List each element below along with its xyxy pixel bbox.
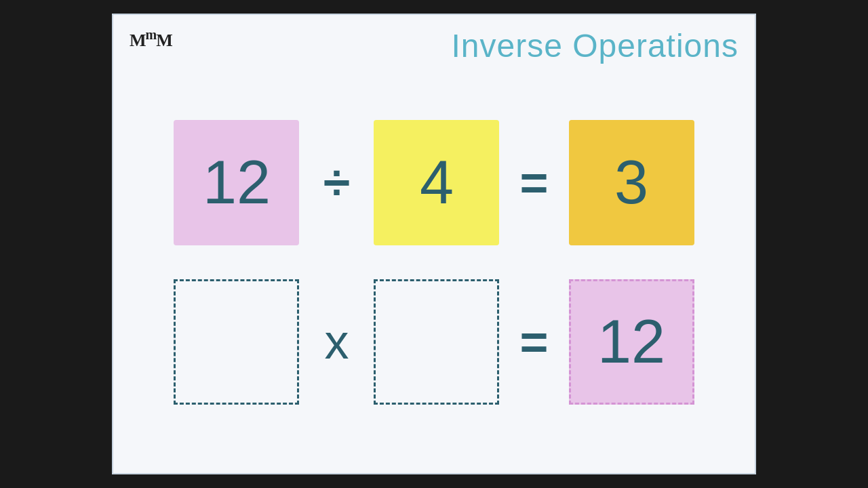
header: MmM Inverse Operations — [113, 15, 755, 64]
content-area: 12 ÷ 4 = 3 x = 12 — [113, 64, 755, 473]
bottom-num1-box — [174, 279, 299, 405]
bottom-num2-box — [374, 279, 499, 405]
top-num2-box: 4 — [374, 120, 499, 245]
logo: MmM — [130, 27, 172, 51]
top-num2-value: 4 — [420, 148, 454, 218]
top-num1-value: 12 — [203, 148, 271, 218]
top-equals: = — [519, 155, 548, 210]
bottom-result-value: 12 — [597, 307, 665, 377]
bottom-equation-row: x = 12 — [174, 279, 694, 405]
slide: MmM Inverse Operations 12 ÷ 4 = 3 x = 12 — [112, 14, 756, 474]
bottom-equals: = — [519, 314, 548, 369]
bottom-operator: x — [319, 314, 353, 369]
top-result-value: 3 — [614, 148, 648, 218]
top-operator: ÷ — [319, 155, 353, 210]
bottom-result-box: 12 — [569, 279, 694, 405]
page-title: Inverse Operations — [451, 27, 738, 64]
top-result-box: 3 — [569, 120, 694, 245]
top-num1-box: 12 — [174, 120, 299, 245]
top-equation-row: 12 ÷ 4 = 3 — [174, 120, 694, 245]
